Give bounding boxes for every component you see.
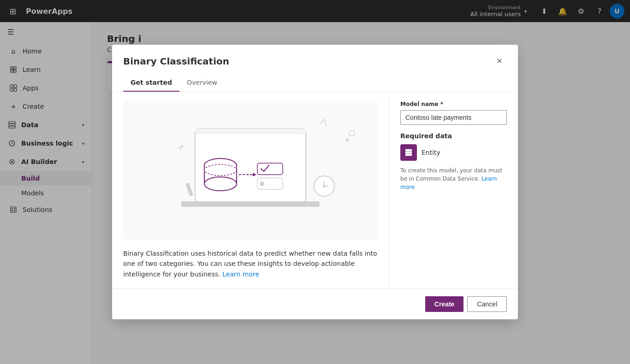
- svg-rect-18: [181, 201, 320, 207]
- svg-rect-31: [186, 183, 193, 196]
- modal-header: Binary Classification ✕: [112, 45, 518, 69]
- svg-rect-34: [405, 149, 412, 151]
- description-learn-more-link[interactable]: Learn more: [222, 270, 259, 278]
- modal-overlay[interactable]: Binary Classification ✕ Get started Over…: [0, 0, 630, 364]
- modal-right-panel: Model name * Required data Entity To cre: [389, 92, 518, 288]
- modal-close-button[interactable]: ✕: [492, 54, 507, 69]
- modal-tabs: Get started Overview: [112, 74, 518, 92]
- tab-overview[interactable]: Overview: [179, 74, 225, 92]
- modal-description: Binary Classification uses historical da…: [123, 248, 378, 279]
- svg-rect-35: [405, 152, 412, 153]
- svg-point-23: [204, 177, 237, 191]
- entity-icon: [400, 144, 417, 161]
- svg-rect-17: [195, 129, 306, 134]
- modal: Binary Classification ✕ Get started Over…: [112, 45, 518, 319]
- cancel-button[interactable]: Cancel: [467, 296, 507, 312]
- tab-get-started[interactable]: Get started: [123, 74, 179, 92]
- modal-body: Binary Classification uses historical da…: [112, 92, 518, 288]
- modal-left-panel: Binary Classification uses historical da…: [112, 92, 389, 288]
- svg-rect-36: [405, 154, 412, 156]
- svg-point-24: [204, 164, 237, 176]
- model-name-input[interactable]: [400, 110, 507, 125]
- cds-info-text: To create this model, your data must be …: [400, 166, 507, 191]
- model-illustration: [123, 101, 378, 239]
- svg-point-30: [346, 139, 349, 141]
- modal-footer: Create Cancel: [112, 288, 518, 319]
- create-button[interactable]: Create: [425, 296, 464, 312]
- entity-chip: Entity: [400, 144, 507, 161]
- svg-point-29: [349, 130, 355, 136]
- modal-title: Binary Classification: [123, 56, 229, 67]
- cds-learn-more-link[interactable]: Learn more: [400, 176, 497, 190]
- entity-label: Entity: [422, 149, 440, 156]
- svg-point-28: [260, 182, 264, 186]
- required-data-title: Required data: [400, 132, 507, 140]
- model-name-label: Model name *: [400, 101, 507, 107]
